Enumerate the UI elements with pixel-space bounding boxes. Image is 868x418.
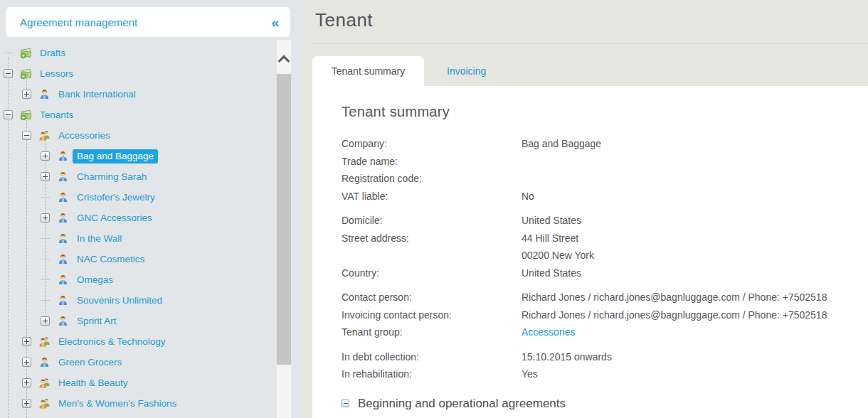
field-value: [522, 153, 868, 171]
tree-item-nac-cosmetics[interactable]: NAC Cosmetics: [0, 249, 276, 269]
scrollbar-thumb[interactable]: [277, 74, 291, 365]
tree-item-label[interactable]: Electronics & Technology: [54, 335, 170, 349]
tree-item-green-grocers[interactable]: Green Grocers: [0, 352, 276, 373]
field-row-in-rehabilitation: In rehabilitation:Yes: [342, 365, 868, 383]
tree-item-electronics-technology[interactable]: Electronics & Technology: [0, 331, 276, 352]
section-title: Beginning and operational agreements: [358, 397, 566, 411]
plus-expander-icon[interactable]: [41, 172, 50, 181]
field-row-country: Country:United States: [342, 264, 868, 282]
sidebar-header: Agreement management «: [6, 7, 290, 37]
tree-item-drafts[interactable]: Drafts: [0, 43, 276, 63]
plus-expander-icon[interactable]: [22, 90, 31, 99]
scroll-up-icon[interactable]: [278, 55, 290, 68]
tree-item-label[interactable]: Health & Beauty: [54, 376, 132, 390]
field-value: United States: [522, 212, 868, 230]
tab-label: Invoicing: [447, 65, 486, 77]
tenant-summary-content: Tenant summary Company:Bag and BaggageTr…: [312, 86, 868, 418]
tree-item-label[interactable]: Charming Sarah: [73, 170, 151, 184]
plus-expander-icon[interactable]: [22, 358, 31, 367]
field-row-in-debt-collection: In debt collection:15.10.2015 onwards: [342, 348, 868, 366]
tree-item-label[interactable]: Lessors: [36, 67, 78, 81]
tab-bar: Tenant summaryInvoicing: [312, 44, 868, 86]
collapse-section-icon[interactable]: [342, 400, 349, 407]
tree-item-spririt-art[interactable]: Spririt Art: [0, 311, 276, 331]
plus-expander-icon[interactable]: [41, 151, 50, 161]
minus-expander-icon[interactable]: [4, 69, 13, 78]
person-icon: [38, 88, 51, 100]
person-icon: [57, 253, 69, 265]
tree-item-in-the-wall[interactable]: In the Wall: [0, 228, 276, 249]
tree-item-men-s-women-s-fashions[interactable]: Men's & Women's Fashions: [0, 393, 276, 414]
group-icon: [38, 397, 51, 409]
tree-item-label[interactable]: Green Grocers: [54, 355, 126, 370]
person-icon: [57, 232, 69, 245]
tree-item-bag-and-baggage[interactable]: Bag and Baggage: [0, 146, 276, 166]
tree-item-label[interactable]: Souvenirs Unlimited: [73, 294, 166, 308]
main-panel: Tenant Tenant summaryInvoicing Tenant su…: [302, 0, 868, 418]
tree-item-label[interactable]: Accessories: [54, 129, 115, 143]
tree-connector-line: [4, 53, 13, 53]
section-header[interactable]: Beginning and operational agreements: [342, 397, 868, 411]
minus-expander-icon[interactable]: [22, 131, 31, 140]
tree-item-item[interactable]: [0, 414, 276, 418]
tree-item-tenants[interactable]: Tenants: [0, 104, 276, 125]
field-label: Tenant group:: [342, 323, 522, 341]
tree-item-label[interactable]: Bag and Baggage: [73, 149, 158, 164]
tree-item-label[interactable]: GNC Accessories: [73, 211, 157, 225]
field-label: Registration code:: [342, 170, 522, 188]
tree-connector-line: [41, 300, 50, 301]
tab-invoicing[interactable]: Invoicing: [437, 56, 496, 86]
field-value-link[interactable]: Accessories: [522, 323, 868, 341]
group-icon: [38, 336, 51, 348]
field-value: No: [522, 188, 868, 205]
plus-expander-icon[interactable]: [22, 337, 31, 346]
field-group: Contact person:Richard Jones / richard.j…: [342, 289, 868, 341]
field-row-contact-person: Contact person:Richard Jones / richard.j…: [342, 289, 868, 306]
plus-expander-icon[interactable]: [41, 213, 50, 223]
field-label: VAT liable:: [342, 188, 522, 205]
field-row-company: Company:Bag and Baggage: [342, 135, 868, 153]
tree-item-charming-sarah[interactable]: Charming Sarah: [0, 166, 276, 187]
field-label: Street address:: [342, 230, 522, 264]
sidebar-scrollbar[interactable]: [277, 40, 291, 418]
field-label: Company:: [342, 135, 522, 153]
tree-item-bank-international[interactable]: Bank International: [0, 84, 276, 104]
tree-item-label[interactable]: Men's & Women's Fashions: [54, 397, 181, 411]
tree-item-lessors[interactable]: Lessors: [0, 63, 276, 84]
tree-item-label[interactable]: In the Wall: [73, 232, 126, 246]
field-label: Contact person:: [342, 289, 522, 306]
tree-item-label[interactable]: Bank International: [54, 87, 140, 102]
tree-item-omegas[interactable]: Omegas: [0, 269, 276, 290]
tree-item-gnc-accessories[interactable]: GNC Accessories: [0, 208, 276, 228]
tree-item-health-beauty[interactable]: Health & Beauty: [0, 373, 276, 393]
field-row-tenant-group: Tenant group:Accessories: [342, 323, 868, 341]
field-groups: Company:Bag and BaggageTrade name: Regis…: [342, 135, 868, 383]
tree-item-label[interactable]: Tenants: [36, 108, 78, 122]
group-icon: [38, 129, 51, 141]
plus-expander-icon[interactable]: [41, 316, 50, 326]
group-icon: [38, 377, 51, 389]
tree-connector-line: [41, 279, 50, 280]
page-title: Tenant: [302, 0, 868, 31]
plus-expander-icon[interactable]: [22, 378, 31, 387]
tree-item-accessories[interactable]: Accessories: [0, 125, 276, 146]
collapse-sidebar-icon[interactable]: «: [271, 16, 279, 29]
plus-expander-icon[interactable]: [22, 399, 31, 408]
tree-item-cristofer-s-jewelry[interactable]: Cristofer's Jewelry: [0, 187, 276, 208]
field-group: Domicile:United StatesStreet address:44 …: [342, 212, 868, 282]
tree: DraftsLessorsBank InternationalTenantsAc…: [0, 43, 276, 418]
tab-tenant-summary[interactable]: Tenant summary: [312, 56, 424, 86]
field-group: In debt collection:15.10.2015 onwardsIn …: [342, 348, 868, 383]
sidebar: Agreement management « DraftsLessorsBank…: [0, 0, 302, 418]
minus-expander-icon[interactable]: [4, 110, 13, 119]
tree-item-label[interactable]: Spririt Art: [73, 314, 121, 328]
tree-item-label[interactable]: NAC Cosmetics: [73, 252, 149, 267]
tree-item-souvenirs-unlimited[interactable]: Souvenirs Unlimited: [0, 290, 276, 311]
field-row-registration-code: Registration code:: [342, 170, 868, 188]
sidebar-title: Agreement management: [20, 16, 137, 28]
tree-item-label[interactable]: Omegas: [73, 273, 117, 287]
field-row-street-address: Street address:44 Hill Street00200 New Y…: [342, 230, 868, 264]
person-icon: [57, 315, 69, 327]
tree-item-label[interactable]: Drafts: [36, 46, 70, 60]
tree-item-label[interactable]: Cristofer's Jewelry: [73, 191, 159, 205]
